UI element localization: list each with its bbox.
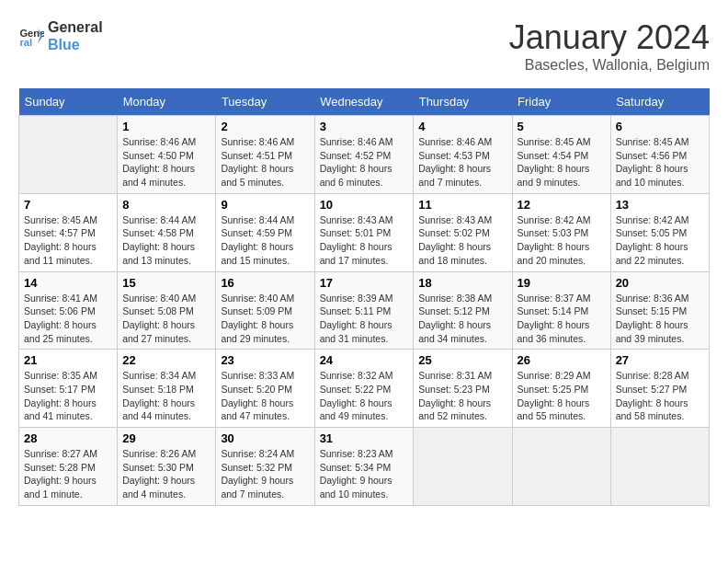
sunset-label: Sunset: 5:17 PM [24, 384, 96, 395]
calendar-cell: 21Sunrise: 8:35 AMSunset: 5:17 PMDayligh… [19, 350, 118, 428]
calendar-cell: 12Sunrise: 8:42 AMSunset: 5:03 PMDayligh… [512, 193, 610, 271]
day-info: Sunrise: 8:38 AMSunset: 5:12 PMDaylight:… [418, 292, 506, 346]
day-info: Sunrise: 8:46 AMSunset: 4:53 PMDaylight:… [418, 135, 506, 190]
calendar-cell: 20Sunrise: 8:36 AMSunset: 5:15 PMDayligh… [610, 271, 709, 350]
calendar-cell: 17Sunrise: 8:39 AMSunset: 5:11 PMDayligh… [314, 271, 414, 350]
sunrise-label: Sunrise: 8:43 AM [320, 214, 393, 225]
calendar-cell: 10Sunrise: 8:43 AMSunset: 5:01 PMDayligh… [314, 193, 414, 271]
day-number: 26 [518, 353, 606, 367]
sunrise-label: Sunrise: 8:42 AM [518, 214, 591, 225]
daylight-label: Daylight: 8 hours and 52 minutes. [418, 397, 491, 422]
title-block: January 2024 Basecles, Wallonia, Belgium [509, 18, 710, 74]
calendar-cell: 30Sunrise: 8:24 AMSunset: 5:32 PMDayligh… [216, 428, 314, 506]
daylight-label: Daylight: 8 hours and 15 minutes. [221, 241, 293, 266]
day-info: Sunrise: 8:42 AMSunset: 5:05 PMDaylight:… [616, 213, 704, 268]
sunset-label: Sunset: 5:30 PM [122, 462, 194, 473]
day-info: Sunrise: 8:33 AMSunset: 5:20 PMDaylight:… [221, 369, 309, 423]
day-number: 22 [122, 353, 210, 367]
sunset-label: Sunset: 5:27 PM [616, 384, 688, 395]
location: Basecles, Wallonia, Belgium [509, 57, 710, 74]
calendar-cell: 29Sunrise: 8:26 AMSunset: 5:30 PMDayligh… [118, 428, 216, 506]
calendar-cell [512, 428, 610, 506]
weekday-saturday: Saturday [610, 88, 709, 116]
weekday-thursday: Thursday [414, 88, 512, 116]
daylight-label: Daylight: 8 hours and 55 minutes. [518, 397, 590, 422]
weekday-monday: Monday [118, 88, 216, 116]
daylight-label: Daylight: 9 hours and 4 minutes. [122, 475, 195, 500]
sunrise-label: Sunrise: 8:40 AM [221, 293, 294, 304]
daylight-label: Daylight: 8 hours and 9 minutes. [518, 163, 590, 188]
calendar-table: SundayMondayTuesdayWednesdayThursdayFrid… [18, 88, 710, 506]
daylight-label: Daylight: 8 hours and 39 minutes. [616, 319, 688, 344]
sunrise-label: Sunrise: 8:23 AM [320, 448, 393, 459]
calendar-cell: 2Sunrise: 8:46 AMSunset: 4:51 PMDaylight… [216, 116, 314, 194]
weekday-header-row: SundayMondayTuesdayWednesdayThursdayFrid… [19, 88, 710, 116]
sunset-label: Sunset: 5:05 PM [616, 227, 688, 238]
sunrise-label: Sunrise: 8:42 AM [616, 214, 689, 225]
day-number: 18 [418, 276, 506, 290]
logo-line1: General [48, 18, 103, 36]
weekday-friday: Friday [512, 88, 610, 116]
sunrise-label: Sunrise: 8:37 AM [518, 293, 591, 304]
day-info: Sunrise: 8:45 AMSunset: 4:54 PMDaylight:… [518, 135, 606, 190]
sunset-label: Sunset: 4:58 PM [122, 227, 194, 238]
day-number: 21 [24, 353, 112, 367]
day-info: Sunrise: 8:40 AMSunset: 5:09 PMDaylight:… [221, 292, 309, 346]
sunrise-label: Sunrise: 8:46 AM [122, 136, 196, 147]
day-info: Sunrise: 8:37 AMSunset: 5:14 PMDaylight:… [518, 292, 606, 346]
day-info: Sunrise: 8:36 AMSunset: 5:15 PMDaylight:… [616, 292, 704, 346]
day-number: 31 [320, 431, 409, 445]
calendar-cell: 28Sunrise: 8:27 AMSunset: 5:28 PMDayligh… [19, 428, 118, 506]
day-info: Sunrise: 8:34 AMSunset: 5:18 PMDaylight:… [122, 369, 210, 423]
calendar-cell: 23Sunrise: 8:33 AMSunset: 5:20 PMDayligh… [216, 350, 314, 428]
day-number: 24 [320, 353, 409, 367]
sunrise-label: Sunrise: 8:29 AM [518, 370, 591, 381]
day-number: 10 [320, 198, 409, 212]
calendar-cell: 25Sunrise: 8:31 AMSunset: 5:23 PMDayligh… [414, 350, 512, 428]
calendar-cell [414, 428, 512, 506]
daylight-label: Daylight: 8 hours and 31 minutes. [320, 319, 392, 344]
sunrise-label: Sunrise: 8:33 AM [221, 370, 294, 381]
sunset-label: Sunset: 4:52 PM [320, 150, 392, 161]
sunrise-label: Sunrise: 8:34 AM [122, 370, 196, 381]
daylight-label: Daylight: 8 hours and 44 minutes. [122, 397, 195, 422]
logo-line2: Blue [48, 36, 103, 53]
sunset-label: Sunset: 5:09 PM [221, 305, 292, 316]
daylight-label: Daylight: 8 hours and 11 minutes. [24, 241, 97, 266]
day-info: Sunrise: 8:27 AMSunset: 5:28 PMDaylight:… [24, 447, 112, 501]
daylight-label: Daylight: 8 hours and 6 minutes. [320, 163, 392, 188]
sunset-label: Sunset: 4:54 PM [518, 150, 589, 161]
daylight-label: Daylight: 8 hours and 17 minutes. [320, 241, 392, 266]
calendar-cell: 7Sunrise: 8:45 AMSunset: 4:57 PMDaylight… [19, 193, 118, 271]
day-number: 17 [320, 276, 409, 290]
day-info: Sunrise: 8:23 AMSunset: 5:34 PMDaylight:… [320, 447, 409, 501]
day-info: Sunrise: 8:45 AMSunset: 4:56 PMDaylight:… [616, 135, 704, 190]
sunset-label: Sunset: 5:02 PM [418, 227, 490, 238]
day-info: Sunrise: 8:43 AMSunset: 5:01 PMDaylight:… [320, 213, 409, 268]
calendar-cell: 31Sunrise: 8:23 AMSunset: 5:34 PMDayligh… [314, 428, 414, 506]
daylight-label: Daylight: 8 hours and 5 minutes. [221, 163, 293, 188]
week-row-3: 21Sunrise: 8:35 AMSunset: 5:17 PMDayligh… [19, 350, 710, 428]
daylight-label: Daylight: 8 hours and 36 minutes. [518, 319, 590, 344]
calendar-cell: 24Sunrise: 8:32 AMSunset: 5:22 PMDayligh… [314, 350, 414, 428]
sunset-label: Sunset: 5:08 PM [122, 305, 194, 316]
calendar-cell: 22Sunrise: 8:34 AMSunset: 5:18 PMDayligh… [118, 350, 216, 428]
day-number: 11 [418, 198, 506, 212]
sunrise-label: Sunrise: 8:28 AM [616, 370, 689, 381]
calendar-cell [610, 428, 709, 506]
calendar-cell: 5Sunrise: 8:45 AMSunset: 4:54 PMDaylight… [512, 116, 610, 194]
calendar-cell: 18Sunrise: 8:38 AMSunset: 5:12 PMDayligh… [414, 271, 512, 350]
sunrise-label: Sunrise: 8:27 AM [24, 448, 97, 459]
daylight-label: Daylight: 8 hours and 58 minutes. [616, 397, 688, 422]
sunset-label: Sunset: 5:15 PM [616, 305, 688, 316]
week-row-4: 28Sunrise: 8:27 AMSunset: 5:28 PMDayligh… [19, 428, 710, 506]
day-info: Sunrise: 8:41 AMSunset: 5:06 PMDaylight:… [24, 292, 112, 346]
day-info: Sunrise: 8:43 AMSunset: 5:02 PMDaylight:… [418, 213, 506, 268]
sunrise-label: Sunrise: 8:24 AM [221, 448, 294, 459]
weekday-wednesday: Wednesday [314, 88, 414, 116]
day-number: 15 [122, 276, 210, 290]
daylight-label: Daylight: 8 hours and 47 minutes. [221, 397, 293, 422]
sunrise-label: Sunrise: 8:45 AM [24, 214, 97, 225]
daylight-label: Daylight: 8 hours and 25 minutes. [24, 319, 97, 344]
sunrise-label: Sunrise: 8:26 AM [122, 448, 196, 459]
